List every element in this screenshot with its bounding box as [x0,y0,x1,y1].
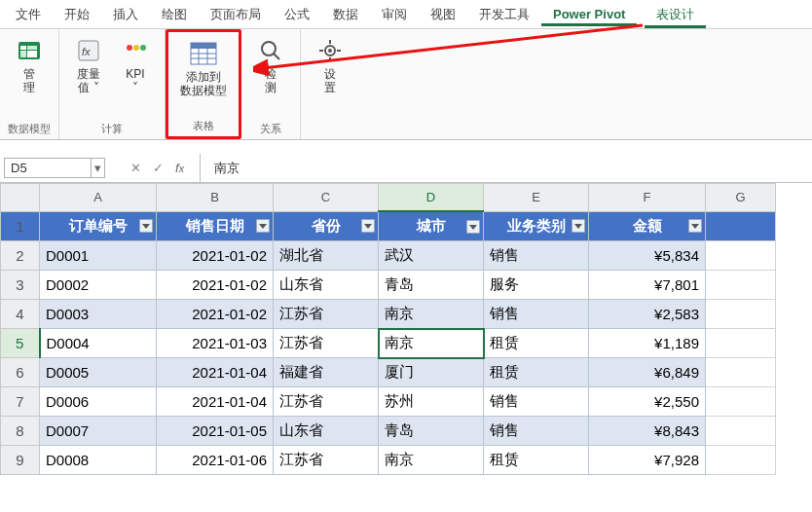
cell-8-E[interactable]: 销售 [484,417,589,446]
empty-cell[interactable] [706,300,776,329]
row-header-8[interactable]: 8 [1,417,40,446]
filter-dropdown-icon[interactable] [466,220,480,234]
table-header-2[interactable]: 省份 [274,211,379,241]
empty-cell[interactable] [706,358,776,387]
tab-data[interactable]: 数据 [321,1,370,28]
col-header-G[interactable]: G [706,184,776,212]
cell-3-C[interactable]: 山东省 [274,271,379,300]
cell-7-F[interactable]: ¥2,550 [589,387,706,417]
cell-3-B[interactable]: 2021-01-02 [157,271,274,300]
formula-input[interactable]: 南京 [204,160,240,177]
tab-view[interactable]: 视图 [419,1,467,28]
table-header-4[interactable]: 业务类别 [484,211,589,241]
table-header-5[interactable]: 金额 [589,211,706,241]
row-header-6[interactable]: 6 [1,358,40,387]
select-all-corner[interactable] [1,184,40,212]
measure-button[interactable]: fx 度量 值 ˅ [65,33,112,99]
tab-dev[interactable]: 开发工具 [467,1,541,28]
cell-6-A[interactable]: D0005 [40,358,157,387]
table-header-0[interactable]: 订单编号 [40,211,157,241]
tab-draw[interactable]: 绘图 [150,1,199,28]
cell-5-B[interactable]: 2021-01-03 [157,329,274,358]
fx-icon[interactable]: fx [175,161,184,175]
cell-6-D[interactable]: 厦门 [379,358,484,387]
cell-2-A[interactable]: D0001 [40,241,157,271]
cell-9-E[interactable]: 租赁 [484,446,589,475]
tab-powerpivot[interactable]: Power Pivot [541,2,637,26]
cell-7-D[interactable]: 苏州 [379,387,484,417]
cell-5-F[interactable]: ¥1,189 [589,329,706,358]
cell-8-D[interactable]: 青岛 [379,417,484,446]
cell-2-B[interactable]: 2021-01-02 [157,241,274,271]
tab-layout[interactable]: 页面布局 [199,1,273,28]
cell-3-F[interactable]: ¥7,801 [589,271,706,300]
row-header-7[interactable]: 7 [1,387,40,417]
empty-cell[interactable] [706,446,776,475]
cell-8-A[interactable]: D0007 [40,417,157,446]
col-header-C[interactable]: C [274,184,379,212]
cell-5-E[interactable]: 租赁 [484,329,589,358]
manage-button[interactable]: 管 理 [6,33,53,99]
cell-7-A[interactable]: D0006 [40,387,157,417]
cell-6-B[interactable]: 2021-01-04 [157,358,274,387]
cancel-icon[interactable]: ✕ [130,161,141,175]
cell-2-E[interactable]: 销售 [484,241,589,271]
cell-9-D[interactable]: 南京 [379,446,484,475]
empty-cell[interactable] [706,417,776,446]
filter-dropdown-icon[interactable] [256,219,270,233]
row-header-3[interactable]: 3 [1,271,40,300]
cell-6-F[interactable]: ¥6,849 [589,358,706,387]
row-header-5[interactable]: 5 [1,329,40,358]
kpi-button[interactable]: KPI ˅ [112,33,159,99]
empty-cell[interactable] [706,211,776,241]
cell-5-C[interactable]: 江苏省 [274,329,379,358]
cell-8-F[interactable]: ¥8,843 [589,417,706,446]
tab-file[interactable]: 文件 [4,1,53,28]
cell-3-A[interactable]: D0002 [40,271,157,300]
cell-9-B[interactable]: 2021-01-06 [157,446,274,475]
row-header-4[interactable]: 4 [1,300,40,329]
tab-home[interactable]: 开始 [53,1,101,28]
cell-4-F[interactable]: ¥2,583 [589,300,706,329]
tab-review[interactable]: 审阅 [370,1,419,28]
cell-4-C[interactable]: 江苏省 [274,300,379,329]
col-header-F[interactable]: F [589,184,706,212]
name-box-dropdown[interactable]: ▾ [92,158,105,178]
cell-4-A[interactable]: D0003 [40,300,157,329]
name-box[interactable]: D5 [4,158,92,178]
cell-7-B[interactable]: 2021-01-04 [157,387,274,417]
empty-cell[interactable] [706,387,776,417]
col-header-D[interactable]: D [379,184,484,212]
cell-8-B[interactable]: 2021-01-05 [157,417,274,446]
add-to-datamodel-button[interactable]: 添加到 数据模型 [174,36,233,102]
empty-cell[interactable] [706,271,776,300]
cell-6-E[interactable]: 租赁 [484,358,589,387]
col-header-B[interactable]: B [157,184,274,212]
cell-2-F[interactable]: ¥5,834 [589,241,706,271]
cell-3-E[interactable]: 服务 [484,271,589,300]
tab-insert[interactable]: 插入 [101,1,150,28]
filter-dropdown-icon[interactable] [361,219,375,233]
spreadsheet-grid[interactable]: ABCDEFG1订单编号销售日期省份城市业务类别金额2D00012021-01-… [0,183,812,475]
tab-formulas[interactable]: 公式 [273,1,321,28]
table-header-1[interactable]: 销售日期 [157,211,274,241]
cell-2-D[interactable]: 武汉 [379,241,484,271]
empty-cell[interactable] [706,329,776,358]
cell-4-D[interactable]: 南京 [379,300,484,329]
detect-button[interactable]: 检 测 [247,33,294,99]
cell-2-C[interactable]: 湖北省 [274,241,379,271]
tab-tabledesign[interactable]: 表设计 [645,1,706,28]
row-header-2[interactable]: 2 [1,241,40,271]
empty-cell[interactable] [706,241,776,271]
table-header-3[interactable]: 城市 [379,211,484,241]
cell-3-D[interactable]: 青岛 [379,271,484,300]
cell-5-D[interactable]: 南京 [379,329,484,358]
cell-9-F[interactable]: ¥7,928 [589,446,706,475]
filter-dropdown-icon[interactable] [688,219,702,233]
cell-8-C[interactable]: 山东省 [274,417,379,446]
cell-9-C[interactable]: 江苏省 [274,446,379,475]
cell-5-A[interactable]: D0004 [40,329,157,358]
cell-9-A[interactable]: D0008 [40,446,157,475]
row-header-9[interactable]: 9 [1,446,40,475]
confirm-icon[interactable]: ✓ [153,161,164,175]
